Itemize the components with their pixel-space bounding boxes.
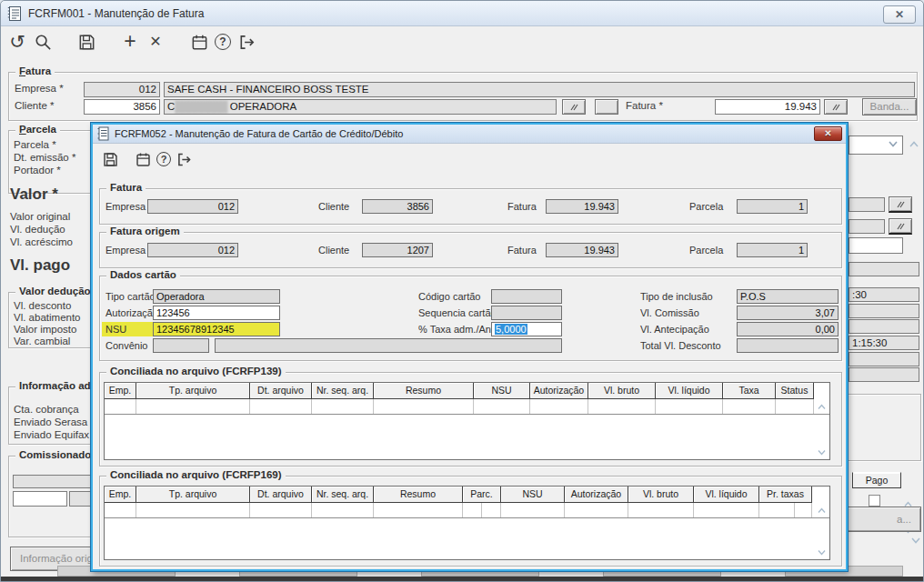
column-header[interactable]: Autorização xyxy=(565,487,628,503)
total-desconto-label: Total Vl. Desconto xyxy=(640,338,721,353)
valor-heading: Valor * xyxy=(10,186,58,204)
save-icon[interactable] xyxy=(75,31,97,53)
modal-close-button[interactable]: ✕ xyxy=(814,126,842,141)
chevron-down-icon[interactable] xyxy=(887,137,899,150)
help-icon[interactable]: ? xyxy=(212,31,234,53)
table-scroll-up-icon[interactable] xyxy=(817,507,827,515)
fatura-lookup-button[interactable] xyxy=(824,99,848,115)
column-header[interactable]: Emp. xyxy=(105,487,136,503)
background-partial-button[interactable]: a... xyxy=(836,507,921,532)
main-titlebar: FCRFM001 - Manutenção de Fatura ✕ xyxy=(1,1,923,26)
background-field xyxy=(849,219,885,234)
valor-deducao-group-label: Valor dedução xyxy=(15,286,95,296)
column-header[interactable]: Autorização xyxy=(530,383,588,399)
window-bottom-edge xyxy=(1,577,924,582)
column-header[interactable]: Nr. seq. arq. xyxy=(312,487,374,503)
save-icon[interactable] xyxy=(100,149,120,169)
taxa-field[interactable]: 5,0000 xyxy=(491,322,562,336)
column-header[interactable]: NSU xyxy=(501,487,565,503)
blank-button[interactable] xyxy=(595,99,618,115)
fatura-number-field[interactable]: 19.943 xyxy=(715,99,820,115)
vl-comissao-field: 3,07 xyxy=(737,306,839,320)
fatura-field: 19.943 xyxy=(546,243,618,257)
banda-button[interactable]: Banda... xyxy=(862,98,917,115)
delete-icon[interactable]: ✕ xyxy=(145,31,166,53)
background-lookup-button[interactable] xyxy=(889,196,912,213)
empresa-label: Empresa xyxy=(105,199,146,214)
empresa-label: Empresa xyxy=(105,243,146,257)
cliente-code-field[interactable]: 3856 xyxy=(84,99,160,115)
sequencia-cartao-label: Sequencia cartão xyxy=(418,306,497,320)
column-header[interactable]: Status xyxy=(776,383,814,399)
add-icon[interactable]: + xyxy=(119,30,141,52)
comissionado-input[interactable] xyxy=(13,491,67,507)
column-header[interactable]: Emp. xyxy=(105,383,136,399)
autorizacao-field[interactable]: 123456 xyxy=(153,306,280,320)
info-adicional-group-label: Informação adic xyxy=(15,380,103,391)
codigo-cartao-field xyxy=(491,289,562,304)
vl-pago-heading: Vl. pago xyxy=(10,256,70,275)
calendar-icon[interactable] xyxy=(133,149,153,169)
column-header[interactable]: Resumo xyxy=(374,487,463,503)
codigo-cartao-label: Código cartão xyxy=(418,289,481,304)
column-header[interactable]: Dt. arquivo xyxy=(250,383,312,399)
main-close-button[interactable]: ✕ xyxy=(883,5,916,24)
column-header[interactable]: Vl. bruto xyxy=(588,383,656,399)
column-header[interactable]: Dt. arquivo xyxy=(250,487,312,503)
total-desconto-field xyxy=(737,338,839,353)
column-header[interactable]: Vl. líquido xyxy=(694,487,759,503)
table-scroll-up-icon[interactable] xyxy=(817,403,827,411)
cliente-lookup-button[interactable] xyxy=(562,99,586,115)
table-row[interactable] xyxy=(105,399,829,415)
cliente-label: Cliente xyxy=(318,199,349,214)
modal-titlebar: FCRFM052 - Manutenção de Fatura de Cartã… xyxy=(93,125,846,144)
var-cambial-label: Var. cambial xyxy=(14,335,70,348)
main-toolbar: ↺ + ✕ ? xyxy=(1,26,924,59)
column-header[interactable]: Nr. seq. arq. xyxy=(312,383,374,399)
vl-acrescimo-label: Vl. acréscimo xyxy=(10,236,73,249)
modal-title: FCRFM052 - Manutenção de Fatura de Cartã… xyxy=(115,128,403,139)
nsu-label: NSU xyxy=(105,322,126,336)
help-icon[interactable]: ? xyxy=(154,149,174,169)
vl-deducao-label: Vl. dedução xyxy=(10,223,65,236)
background-lookup-button[interactable] xyxy=(889,218,912,235)
column-header[interactable]: Taxa xyxy=(723,383,776,399)
parcela-label: Parcela xyxy=(689,243,723,257)
undo-icon[interactable]: ↺ xyxy=(6,30,28,52)
search-icon[interactable] xyxy=(32,31,54,53)
pago-column-header[interactable]: Pago xyxy=(852,472,901,488)
table-169: Emp. Tp. arquivo Dt. arquivo Nr. seq. ar… xyxy=(104,486,830,560)
scrollbar-up-icon[interactable] xyxy=(909,140,919,149)
nsu-field[interactable]: 12345678912345 xyxy=(153,322,280,336)
main-window-title: FCRFM001 - Manutenção de Fatura xyxy=(28,7,204,20)
column-header[interactable]: Pr. taxas xyxy=(759,487,812,503)
table-scroll-down-icon[interactable] xyxy=(817,548,827,557)
table-scroll-down-icon[interactable] xyxy=(817,448,827,457)
dados-cartao-group-label: Dados cartão xyxy=(106,269,180,280)
parcela-label: Parcela * xyxy=(14,138,56,152)
column-header[interactable]: Tp. arquivo xyxy=(136,487,250,503)
pago-checkbox[interactable] xyxy=(869,495,880,507)
exit-icon[interactable] xyxy=(174,149,194,169)
exit-icon[interactable] xyxy=(236,31,257,53)
table-139-group: Conciliada no arquivo (FCRFP139) Emp. Tp… xyxy=(99,372,842,467)
cliente-label: Cliente * xyxy=(15,99,54,113)
column-header[interactable]: NSU xyxy=(474,383,530,399)
tipo-inclusao-field: P.O.S xyxy=(737,289,839,304)
modal-fatura-origem-group: Fatura origem Empresa 012 Cliente 1207 F… xyxy=(99,232,842,268)
background-input[interactable] xyxy=(849,237,903,254)
table-row[interactable] xyxy=(105,503,829,518)
calendar-icon[interactable] xyxy=(188,31,210,53)
column-header[interactable]: Resumo xyxy=(374,383,474,399)
column-header[interactable]: Parc. xyxy=(463,487,501,503)
column-header[interactable]: Vl. líquido xyxy=(656,383,723,399)
column-header[interactable]: Vl. bruto xyxy=(628,487,694,503)
lookup-icon xyxy=(896,222,905,231)
column-header[interactable]: Tp. arquivo xyxy=(136,383,250,399)
background-field xyxy=(849,319,919,334)
convenio-code-field xyxy=(153,338,209,353)
modal-fatura-group-label: Fatura xyxy=(106,182,146,193)
background-field xyxy=(849,304,919,318)
autorizacao-label: Autorização xyxy=(105,306,158,320)
scrollbar-down-icon[interactable] xyxy=(910,536,921,545)
